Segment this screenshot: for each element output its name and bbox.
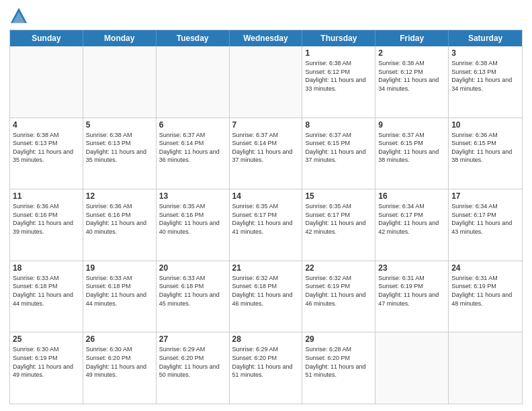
- day-cell-28: 28Sunrise: 6:29 AM Sunset: 6:20 PM Dayli…: [230, 332, 303, 404]
- header-day-wednesday: Wednesday: [230, 30, 303, 46]
- day-number: 17: [451, 191, 519, 201]
- day-number: 4: [13, 120, 80, 130]
- header-day-saturday: Saturday: [449, 30, 522, 46]
- day-number: 27: [159, 334, 226, 344]
- logo: [9, 7, 31, 26]
- day-info: Sunrise: 6:32 AM Sunset: 6:18 PM Dayligh…: [232, 274, 300, 308]
- header-day-sunday: Sunday: [10, 30, 83, 46]
- header-day-thursday: Thursday: [302, 30, 375, 46]
- day-info: Sunrise: 6:38 AM Sunset: 6:13 PM Dayligh…: [86, 131, 153, 165]
- day-cell-24: 24Sunrise: 6:31 AM Sunset: 6:19 PM Dayli…: [449, 261, 522, 332]
- day-number: 20: [159, 263, 226, 273]
- day-cell-11: 11Sunrise: 6:36 AM Sunset: 6:16 PM Dayli…: [10, 189, 83, 261]
- day-cell-14: 14Sunrise: 6:35 AM Sunset: 6:17 PM Dayli…: [230, 189, 303, 261]
- day-cell-26: 26Sunrise: 6:30 AM Sunset: 6:20 PM Dayli…: [83, 332, 157, 404]
- day-cell-27: 27Sunrise: 6:29 AM Sunset: 6:20 PM Dayli…: [157, 332, 230, 404]
- day-info: Sunrise: 6:31 AM Sunset: 6:19 PM Dayligh…: [378, 274, 445, 308]
- day-info: Sunrise: 6:35 AM Sunset: 6:16 PM Dayligh…: [159, 202, 226, 236]
- day-info: Sunrise: 6:36 AM Sunset: 6:15 PM Dayligh…: [451, 131, 519, 165]
- day-number: 3: [451, 48, 519, 58]
- day-info: Sunrise: 6:35 AM Sunset: 6:17 PM Dayligh…: [305, 202, 372, 236]
- day-cell-18: 18Sunrise: 6:33 AM Sunset: 6:18 PM Dayli…: [10, 261, 83, 332]
- day-cell-4: 4Sunrise: 6:38 AM Sunset: 6:13 PM Daylig…: [10, 118, 83, 189]
- day-cell-3: 3Sunrise: 6:38 AM Sunset: 6:13 PM Daylig…: [449, 46, 522, 118]
- day-cell-23: 23Sunrise: 6:31 AM Sunset: 6:19 PM Dayli…: [375, 261, 449, 332]
- day-number: 9: [378, 120, 445, 130]
- day-number: 14: [232, 191, 300, 201]
- header-day-tuesday: Tuesday: [157, 30, 230, 46]
- day-cell-10: 10Sunrise: 6:36 AM Sunset: 6:15 PM Dayli…: [449, 118, 522, 189]
- week-row-4: 18Sunrise: 6:33 AM Sunset: 6:18 PM Dayli…: [10, 261, 522, 332]
- day-number: 18: [13, 263, 80, 273]
- day-cell-17: 17Sunrise: 6:34 AM Sunset: 6:17 PM Dayli…: [449, 189, 522, 261]
- day-info: Sunrise: 6:37 AM Sunset: 6:15 PM Dayligh…: [378, 131, 445, 165]
- day-number: 26: [86, 334, 153, 344]
- day-info: Sunrise: 6:36 AM Sunset: 6:16 PM Dayligh…: [13, 202, 80, 236]
- day-number: 24: [451, 263, 519, 273]
- day-cell-5: 5Sunrise: 6:38 AM Sunset: 6:13 PM Daylig…: [83, 118, 157, 189]
- day-number: 12: [86, 191, 153, 201]
- day-number: 1: [305, 48, 372, 58]
- day-number: 8: [305, 120, 372, 130]
- day-info: Sunrise: 6:30 AM Sunset: 6:20 PM Dayligh…: [86, 345, 153, 379]
- day-cell-2: 2Sunrise: 6:38 AM Sunset: 6:12 PM Daylig…: [375, 46, 449, 118]
- day-info: Sunrise: 6:33 AM Sunset: 6:18 PM Dayligh…: [86, 274, 153, 308]
- day-info: Sunrise: 6:37 AM Sunset: 6:14 PM Dayligh…: [232, 131, 300, 165]
- day-cell-8: 8Sunrise: 6:37 AM Sunset: 6:15 PM Daylig…: [302, 118, 375, 189]
- day-cell-6: 6Sunrise: 6:37 AM Sunset: 6:14 PM Daylig…: [157, 118, 230, 189]
- day-info: Sunrise: 6:38 AM Sunset: 6:13 PM Dayligh…: [451, 59, 519, 93]
- day-info: Sunrise: 6:36 AM Sunset: 6:16 PM Dayligh…: [86, 202, 153, 236]
- calendar-body: 1Sunrise: 6:38 AM Sunset: 6:12 PM Daylig…: [10, 46, 522, 404]
- page: SundayMondayTuesdayWednesdayThursdayFrid…: [0, 0, 532, 411]
- day-cell-21: 21Sunrise: 6:32 AM Sunset: 6:18 PM Dayli…: [230, 261, 303, 332]
- day-number: 2: [378, 48, 445, 58]
- day-number: 5: [86, 120, 153, 130]
- week-row-5: 25Sunrise: 6:30 AM Sunset: 6:19 PM Dayli…: [10, 332, 522, 404]
- day-number: 28: [232, 334, 300, 344]
- empty-cell: [230, 46, 303, 118]
- day-cell-16: 16Sunrise: 6:34 AM Sunset: 6:17 PM Dayli…: [375, 189, 449, 261]
- empty-cell: [157, 46, 230, 118]
- day-info: Sunrise: 6:37 AM Sunset: 6:15 PM Dayligh…: [305, 131, 372, 165]
- day-info: Sunrise: 6:34 AM Sunset: 6:17 PM Dayligh…: [451, 202, 519, 236]
- day-cell-12: 12Sunrise: 6:36 AM Sunset: 6:16 PM Dayli…: [83, 189, 157, 261]
- empty-cell: [10, 46, 83, 118]
- day-number: 13: [159, 191, 226, 201]
- day-info: Sunrise: 6:37 AM Sunset: 6:14 PM Dayligh…: [159, 131, 226, 165]
- day-info: Sunrise: 6:29 AM Sunset: 6:20 PM Dayligh…: [159, 345, 226, 379]
- day-info: Sunrise: 6:35 AM Sunset: 6:17 PM Dayligh…: [232, 202, 300, 236]
- day-cell-20: 20Sunrise: 6:33 AM Sunset: 6:18 PM Dayli…: [157, 261, 230, 332]
- calendar-header: SundayMondayTuesdayWednesdayThursdayFrid…: [10, 30, 522, 46]
- day-cell-15: 15Sunrise: 6:35 AM Sunset: 6:17 PM Dayli…: [302, 189, 375, 261]
- empty-cell: [375, 332, 449, 404]
- day-info: Sunrise: 6:33 AM Sunset: 6:18 PM Dayligh…: [159, 274, 226, 308]
- day-number: 11: [13, 191, 80, 201]
- logo-icon: [9, 7, 28, 26]
- day-info: Sunrise: 6:28 AM Sunset: 6:20 PM Dayligh…: [305, 345, 372, 379]
- header-day-monday: Monday: [83, 30, 157, 46]
- day-info: Sunrise: 6:33 AM Sunset: 6:18 PM Dayligh…: [13, 274, 80, 308]
- day-info: Sunrise: 6:38 AM Sunset: 6:12 PM Dayligh…: [378, 59, 445, 93]
- day-number: 19: [86, 263, 153, 273]
- day-info: Sunrise: 6:29 AM Sunset: 6:20 PM Dayligh…: [232, 345, 300, 379]
- calendar: SundayMondayTuesdayWednesdayThursdayFrid…: [9, 30, 523, 404]
- day-number: 16: [378, 191, 445, 201]
- day-number: 22: [305, 263, 372, 273]
- empty-cell: [83, 46, 157, 118]
- day-number: 6: [159, 120, 226, 130]
- day-number: 7: [232, 120, 300, 130]
- day-number: 29: [305, 334, 372, 344]
- day-cell-9: 9Sunrise: 6:37 AM Sunset: 6:15 PM Daylig…: [375, 118, 449, 189]
- day-info: Sunrise: 6:34 AM Sunset: 6:17 PM Dayligh…: [378, 202, 445, 236]
- day-info: Sunrise: 6:38 AM Sunset: 6:13 PM Dayligh…: [13, 131, 80, 165]
- day-cell-22: 22Sunrise: 6:32 AM Sunset: 6:19 PM Dayli…: [302, 261, 375, 332]
- week-row-3: 11Sunrise: 6:36 AM Sunset: 6:16 PM Dayli…: [10, 189, 522, 261]
- day-number: 25: [13, 334, 80, 344]
- day-cell-29: 29Sunrise: 6:28 AM Sunset: 6:20 PM Dayli…: [302, 332, 375, 404]
- day-cell-19: 19Sunrise: 6:33 AM Sunset: 6:18 PM Dayli…: [83, 261, 157, 332]
- header: [9, 7, 523, 26]
- empty-cell: [449, 332, 522, 404]
- day-info: Sunrise: 6:31 AM Sunset: 6:19 PM Dayligh…: [451, 274, 519, 308]
- day-number: 15: [305, 191, 372, 201]
- day-info: Sunrise: 6:32 AM Sunset: 6:19 PM Dayligh…: [305, 274, 372, 308]
